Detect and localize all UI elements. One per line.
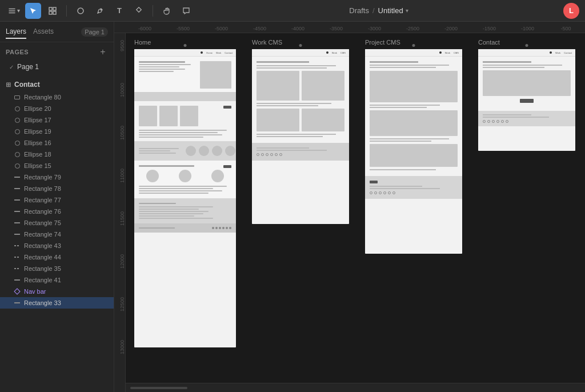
add-page-button[interactable]: +	[98, 47, 108, 57]
toolbar-right: L	[563, 3, 579, 19]
layer-name: Ellipse 16	[24, 139, 51, 146]
comment-tool[interactable]	[178, 3, 194, 19]
page-item[interactable]: ✓ Page 1	[6, 61, 108, 73]
line-icon	[14, 208, 21, 215]
frame-label-work: Work CMS	[252, 39, 282, 46]
layer-item-rect74[interactable]: Rectangle 74	[0, 229, 114, 240]
layer-name: Rectangle 35	[24, 265, 61, 272]
layer-item-ellipse19[interactable]: Ellipse 19	[0, 126, 114, 137]
layer-name: Ellipse 17	[24, 117, 51, 123]
scrollbar-bottom[interactable]	[126, 383, 585, 392]
frame-label-project: Project CMS	[365, 39, 400, 46]
frame-project-cms[interactable]: Project CMS Work CMS	[365, 49, 462, 254]
shape-tool[interactable]	[73, 3, 89, 19]
ruler-top: -6000 -5500 -5000 -4500 -4000 -3500 -300…	[114, 22, 585, 33]
circle-icon	[14, 128, 21, 135]
layer-item-rect80[interactable]: Rectangle 80	[0, 91, 114, 103]
layer-name: Nav bar	[24, 288, 46, 295]
layer-item-ellipse15[interactable]: Ellipse 15	[0, 160, 114, 171]
layer-item-rect35[interactable]: Rectangle 35	[0, 263, 114, 274]
toolbar: ▾	[0, 0, 585, 22]
frame-dot-work	[299, 44, 302, 47]
breadcrumb-drafts[interactable]: Drafts	[349, 6, 369, 15]
frame-contact[interactable]: Contact Work Contact	[478, 49, 575, 151]
check-icon: ✓	[9, 64, 14, 70]
component-tool[interactable]	[131, 3, 147, 19]
dashed-icon	[14, 242, 21, 249]
layer-item-rect33[interactable]: Rectangle 33	[0, 297, 114, 309]
layer-name: Rectangle 78	[24, 185, 61, 192]
canvas-viewport[interactable]: Home Home Work Contact	[126, 33, 585, 381]
layer-item-rect43[interactable]: Rectangle 43	[0, 240, 114, 251]
layers-section[interactable]: ⊞ Contact Rectangle 80 Ellipse 20 Ellips…	[0, 75, 114, 392]
layer-item-ellipse17[interactable]: Ellipse 17	[0, 114, 114, 126]
tab-assets[interactable]: Assets	[33, 25, 54, 39]
line-icon	[14, 197, 21, 203]
pages-title: Pages	[6, 49, 29, 55]
hand-tool[interactable]	[159, 3, 175, 19]
pages-header: Pages +	[6, 47, 108, 57]
svg-rect-3	[53, 11, 56, 14]
diamond-icon	[14, 288, 21, 295]
layer-name: Ellipse 19	[24, 128, 51, 135]
layer-name: Rectangle 74	[24, 231, 61, 238]
layer-item-rect41[interactable]: Rectangle 41	[0, 274, 114, 286]
layer-name: Rectangle 77	[24, 197, 61, 203]
dashed-icon	[14, 254, 21, 261]
line-icon	[14, 277, 21, 283]
scrollbar-thumb[interactable]	[130, 387, 187, 389]
layer-name: Ellipse 15	[24, 162, 51, 169]
frame-home[interactable]: Home Home Work Contact	[134, 49, 236, 347]
layer-item-ellipse16[interactable]: Ellipse 16	[0, 137, 114, 149]
layer-item-rect75[interactable]: Rectangle 75	[0, 217, 114, 229]
layer-item-rect78[interactable]: Rectangle 78	[0, 183, 114, 194]
select-tool[interactable]	[25, 3, 41, 19]
wireframe-container: Home Home Work Contact	[134, 49, 575, 347]
layer-name: Rectangle 41	[24, 277, 61, 283]
frame-dot-project	[412, 44, 415, 47]
layer-item-rect79[interactable]: Rectangle 79	[0, 171, 114, 183]
toolbar-tools: ▾	[6, 3, 194, 19]
line-icon	[14, 299, 21, 306]
layer-item-rect44[interactable]: Rectangle 44	[0, 251, 114, 263]
panel-tabs: Layers Assets Page 1	[0, 22, 114, 42]
svg-rect-0	[49, 7, 52, 10]
tab-layers[interactable]: Layers	[6, 25, 26, 39]
frame-contact-content: Work Contact	[478, 49, 575, 151]
layer-name: Rectangle 79	[24, 174, 61, 181]
menu-tool[interactable]: ▾	[6, 3, 22, 19]
group-item-contact[interactable]: ⊞ Contact	[0, 78, 114, 91]
avatar[interactable]: L	[563, 3, 579, 19]
pen-tool[interactable]	[92, 3, 108, 19]
circle-icon	[14, 105, 21, 112]
layer-item-rect76[interactable]: Rectangle 76	[0, 206, 114, 217]
frame-work-cms[interactable]: Work CMS Work CMS	[252, 49, 349, 224]
layer-item-ellipse18[interactable]: Ellipse 18	[0, 149, 114, 160]
layer-item-navbar[interactable]: Nav bar	[0, 286, 114, 297]
breadcrumb-title[interactable]: Untitled ▾	[378, 6, 408, 15]
svg-rect-6	[137, 7, 141, 11]
frame-label-home: Home	[134, 39, 151, 46]
layer-name: Ellipse 18	[24, 151, 51, 158]
toolbar-breadcrumb: Drafts / Untitled ▾	[197, 6, 561, 15]
circle-icon	[14, 162, 21, 169]
line-icon	[14, 231, 21, 238]
frame-dot-contact	[526, 44, 528, 47]
pages-section: Pages + ✓ Page 1	[0, 42, 114, 75]
frame-label-contact: Contact	[478, 39, 500, 46]
frame-tool[interactable]	[45, 3, 61, 19]
text-tool[interactable]: T	[111, 3, 127, 19]
layer-name: Rectangle 43	[24, 242, 61, 249]
svg-point-4	[78, 8, 83, 14]
rect-icon	[14, 94, 21, 101]
frame-project-content: Work CMS	[365, 49, 462, 254]
frame-home-content: Home Work Contact	[134, 49, 236, 347]
frame-work-content: Work CMS	[252, 49, 349, 224]
circle-icon	[14, 151, 21, 158]
layer-name: Rectangle 44	[24, 254, 61, 261]
layer-item-ellipse20[interactable]: Ellipse 20	[0, 103, 114, 114]
canvas-area[interactable]: -6000 -5500 -5000 -4500 -4000 -3500 -300…	[114, 22, 585, 392]
layer-item-rect77[interactable]: Rectangle 77	[0, 194, 114, 206]
toolbar-sep-1	[66, 5, 67, 17]
page-badge[interactable]: Page 1	[81, 27, 108, 37]
